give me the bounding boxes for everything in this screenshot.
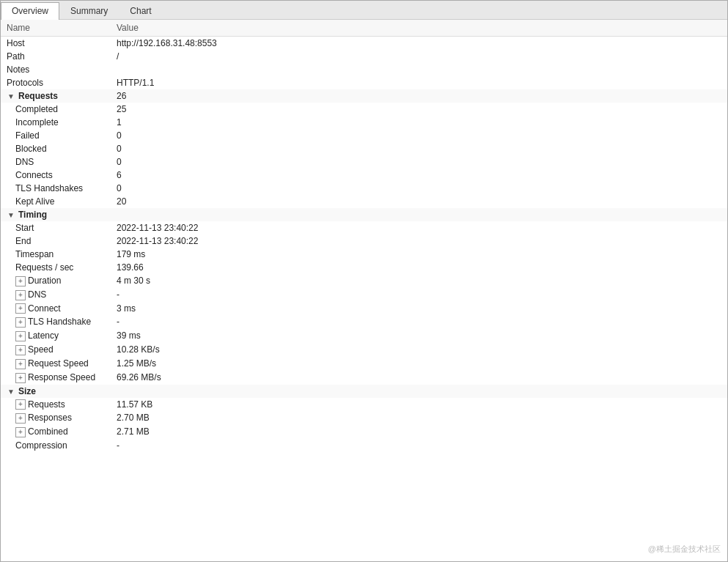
- row-value-5: 25: [111, 103, 727, 116]
- section-toggle[interactable]: ▼: [7, 92, 15, 100]
- row-name-5: Completed: [1, 103, 111, 116]
- content-area: Name Value Hosthttp://192.168.31.48:8553…: [1, 20, 727, 561]
- expand-icon[interactable]: +: [15, 413, 26, 424]
- row-value-1: /: [111, 50, 727, 63]
- row-value-7: 0: [111, 129, 727, 142]
- row-name-23: +Speed: [1, 343, 111, 357]
- row-name-7: Failed: [1, 129, 111, 142]
- table-row: +Responses2.70 MB: [1, 411, 727, 425]
- table-row: ▼Size: [1, 385, 727, 398]
- table-row: Compression-: [1, 439, 727, 452]
- row-value-17: 139.66: [111, 261, 727, 274]
- table-row: Notes: [1, 63, 727, 76]
- row-value-6: 1: [111, 116, 727, 129]
- row-name-13: ▼Timing: [1, 208, 111, 221]
- row-value-27: 11.57 KB: [111, 398, 727, 412]
- row-value-19: -: [111, 288, 727, 302]
- expandable-label: Response Speed: [28, 372, 95, 382]
- row-name-0: Host: [1, 37, 111, 51]
- section-toggle[interactable]: ▼: [7, 211, 15, 219]
- row-value-18: 4 m 30 s: [111, 274, 727, 288]
- expandable-label: Speed: [28, 344, 54, 355]
- table-row: ProtocolsHTTP/1.1: [1, 76, 727, 89]
- row-value-3: HTTP/1.1: [111, 76, 727, 89]
- table-row: ▼Requests26: [1, 89, 727, 103]
- row-name-30: Compression: [1, 439, 111, 452]
- tab-chart[interactable]: Chart: [119, 2, 162, 19]
- expand-icon[interactable]: +: [15, 303, 26, 314]
- row-name-10: Connects: [1, 169, 111, 182]
- row-name-19: +DNS: [1, 288, 111, 302]
- expandable-label: Connect: [28, 303, 61, 314]
- row-name-18: +Duration: [1, 274, 111, 288]
- row-value-21: -: [111, 315, 727, 329]
- main-window: OverviewSummaryChart Name Value Hosthttp…: [0, 0, 728, 562]
- table-row: Kept Alive20: [1, 195, 727, 208]
- expand-icon[interactable]: +: [15, 373, 26, 383]
- table-row: Blocked0: [1, 142, 727, 155]
- table-row: Incomplete1: [1, 116, 727, 129]
- section-label: Timing: [18, 210, 47, 220]
- table-row: TLS Handshakes0: [1, 182, 727, 195]
- row-name-20: +Connect: [1, 302, 111, 316]
- row-name-1: Path: [1, 50, 111, 63]
- row-value-12: 20: [111, 195, 727, 208]
- row-value-16: 179 ms: [111, 248, 727, 261]
- row-value-4: 26: [111, 89, 727, 103]
- row-name-16: Timespan: [1, 248, 111, 261]
- expandable-label: Request Speed: [28, 358, 89, 369]
- row-value-22: 39 ms: [111, 329, 727, 343]
- row-name-8: Blocked: [1, 142, 111, 155]
- row-name-12: Kept Alive: [1, 195, 111, 208]
- row-value-10: 6: [111, 169, 727, 182]
- table-row: Completed25: [1, 103, 727, 116]
- expand-icon[interactable]: +: [15, 399, 26, 410]
- table-row: +Connect3 ms: [1, 302, 727, 316]
- table-row: +TLS Handshake-: [1, 315, 727, 329]
- row-value-0: http://192.168.31.48:8553: [111, 37, 727, 51]
- tab-summary[interactable]: Summary: [59, 2, 119, 19]
- table-row: Requests / sec139.66: [1, 261, 727, 274]
- row-name-15: End: [1, 234, 111, 248]
- table-row: +Response Speed69.26 MB/s: [1, 371, 727, 385]
- expand-icon[interactable]: +: [15, 290, 26, 300]
- table-row: End2022-11-13 23:40:22: [1, 234, 727, 248]
- row-value-30: -: [111, 439, 727, 452]
- row-name-29: +Combined: [1, 425, 111, 439]
- table-row: ▼Timing: [1, 208, 727, 221]
- table-row: Timespan179 ms: [1, 248, 727, 261]
- tab-bar: OverviewSummaryChart: [1, 1, 727, 20]
- expand-icon[interactable]: +: [15, 317, 26, 328]
- row-name-14: Start: [1, 221, 111, 234]
- row-name-2: Notes: [1, 63, 111, 76]
- table-row: Failed0: [1, 129, 727, 142]
- row-value-2: [111, 63, 727, 76]
- tab-overview[interactable]: Overview: [1, 2, 59, 20]
- expandable-label: Duration: [28, 276, 61, 286]
- expand-icon[interactable]: +: [15, 345, 26, 355]
- table-row: +Speed10.28 KB/s: [1, 343, 727, 357]
- table-row: +Requests11.57 KB: [1, 398, 727, 412]
- row-name-6: Incomplete: [1, 116, 111, 129]
- row-name-24: +Request Speed: [1, 357, 111, 371]
- row-value-25: 69.26 MB/s: [111, 371, 727, 385]
- expand-icon[interactable]: +: [15, 331, 26, 341]
- section-toggle[interactable]: ▼: [7, 388, 15, 396]
- row-value-28: 2.70 MB: [111, 411, 727, 425]
- row-name-9: DNS: [1, 155, 111, 169]
- expand-icon[interactable]: +: [15, 359, 26, 369]
- row-value-24: 1.25 MB/s: [111, 357, 727, 371]
- expandable-label: DNS: [28, 289, 46, 300]
- table-row: +Latency39 ms: [1, 329, 727, 343]
- row-name-25: +Response Speed: [1, 371, 111, 385]
- expand-icon[interactable]: +: [15, 276, 26, 286]
- section-label: Size: [18, 386, 36, 396]
- expand-icon[interactable]: +: [15, 427, 26, 437]
- expandable-label: Latency: [28, 330, 59, 341]
- expandable-label: TLS Handshake: [28, 317, 91, 327]
- row-name-3: Protocols: [1, 76, 111, 89]
- expandable-label: Responses: [28, 413, 72, 423]
- table-row: Hosthttp://192.168.31.48:8553: [1, 37, 727, 51]
- row-name-11: TLS Handshakes: [1, 182, 111, 195]
- expandable-label: Combined: [28, 426, 68, 437]
